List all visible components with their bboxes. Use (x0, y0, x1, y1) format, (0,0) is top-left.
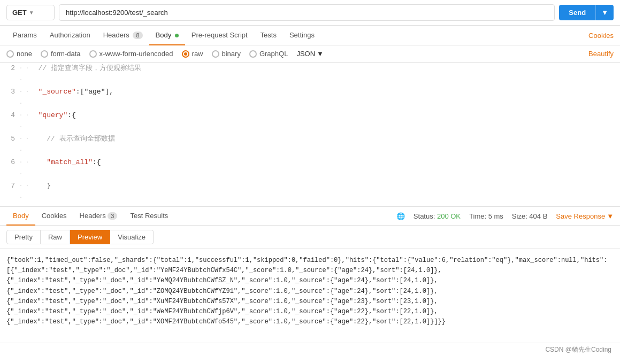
method-select[interactable]: GET ▼ (6, 5, 55, 20)
line-number: 3 (0, 86, 19, 98)
line-content: } (30, 180, 620, 192)
size-value: 404 B (529, 212, 547, 220)
line-number: 2 (0, 63, 19, 74)
line-dots: · · · (19, 157, 30, 180)
tab-params[interactable]: Params (6, 26, 43, 45)
send-dropdown-arrow[interactable]: ▼ (595, 5, 614, 20)
line-dots: · · · (19, 180, 30, 204)
line-content: "match_all":{ (30, 157, 620, 168)
radio-form-data[interactable] (41, 50, 48, 58)
option-form-data[interactable]: form-data (41, 50, 81, 58)
code-line-4: 4· · · "query":{ (0, 110, 620, 133)
view-tabs: Pretty Raw Preview Visualize (0, 226, 620, 249)
save-response-chevron-icon: ▼ (607, 212, 614, 220)
line-number: 7 (0, 180, 19, 192)
format-chevron-icon: ▼ (317, 50, 324, 58)
radio-graphql[interactable] (249, 50, 257, 58)
beautify-button[interactable]: Beautify (588, 50, 614, 58)
option-urlencoded[interactable]: x-www-form-urlencoded (89, 50, 173, 58)
radio-urlencoded[interactable] (89, 50, 97, 58)
tab-settings[interactable]: Settings (283, 26, 321, 45)
save-response-button[interactable]: Save Response ▼ (556, 212, 614, 220)
globe-icon: 🌐 (396, 212, 405, 220)
resp-tab-headers[interactable]: Headers 3 (73, 207, 124, 226)
tab-prerequest[interactable]: Pre-request Script (185, 26, 254, 45)
view-tab-raw[interactable]: Raw (41, 230, 70, 244)
line-dots: · · · (19, 86, 30, 110)
tab-authorization[interactable]: Authorization (43, 26, 97, 45)
line-content: "_source":["age"], (30, 86, 620, 98)
tab-body[interactable]: Body (149, 26, 185, 45)
body-active-dot (175, 34, 179, 37)
radio-none[interactable] (6, 50, 14, 58)
watermark: CSDN @鳞先生Coding (0, 343, 620, 357)
code-line-2: 2· · · // 指定查询字段，方便观察结果 (0, 63, 620, 86)
time-value: 5 ms (488, 212, 503, 220)
line-dots: · · · (19, 63, 30, 86)
radio-binary[interactable] (212, 50, 219, 58)
response-tabs: Body Cookies Headers 3 Test Results 🌐 St… (0, 207, 620, 226)
line-content: // 表示查询全部数据 (30, 133, 620, 145)
size-label: Size: 404 B (512, 212, 548, 220)
cookies-link[interactable]: Cookies (588, 32, 614, 40)
top-bar: GET ▼ Send ▼ (0, 0, 620, 26)
response-status-row: 🌐 Status: 200 OK Time: 5 ms Size: 404 B … (396, 212, 614, 220)
resp-tab-test-results[interactable]: Test Results (124, 207, 174, 226)
view-tab-pretty[interactable]: Pretty (6, 230, 41, 244)
code-editor[interactable]: 2· · · // 指定查询字段，方便观察结果3· · · "_source":… (0, 63, 620, 207)
response-text: {"took":1,"timed_out":false,"_shards":{"… (6, 257, 607, 326)
line-content: "query":{ (30, 110, 620, 121)
option-raw[interactable]: raw (182, 50, 203, 58)
resp-tab-body[interactable]: Body (6, 207, 35, 226)
option-none[interactable]: none (6, 50, 32, 58)
method-chevron-icon: ▼ (29, 10, 34, 16)
line-dots: · · · (19, 110, 30, 133)
radio-raw[interactable] (182, 50, 189, 58)
code-line-7: 7· · · } (0, 180, 620, 204)
send-button-label: Send (559, 5, 595, 20)
view-tab-preview[interactable]: Preview (70, 230, 110, 244)
status-label: Status: 200 OK (414, 212, 461, 220)
option-graphql[interactable]: GraphQL (249, 50, 288, 58)
code-line-6: 6· · · "match_all":{ (0, 157, 620, 180)
line-number: 5 (0, 133, 19, 145)
body-options-row: none form-data x-www-form-urlencoded raw… (0, 45, 620, 63)
send-button[interactable]: Send ▼ (559, 5, 614, 20)
code-line-5: 5· · · // 表示查询全部数据 (0, 133, 620, 157)
tab-tests[interactable]: Tests (254, 26, 283, 45)
url-input[interactable] (59, 4, 555, 21)
method-text: GET (12, 9, 27, 17)
response-body: {"took":1,"timed_out":false,"_shards":{"… (0, 249, 620, 343)
headers-badge: 8 (133, 32, 142, 39)
line-dots: · · · (19, 133, 30, 157)
line-content: // 指定查询字段，方便观察结果 (30, 63, 620, 74)
option-binary[interactable]: binary (212, 50, 241, 58)
resp-tab-cookies[interactable]: Cookies (35, 207, 73, 226)
line-number: 6 (0, 157, 19, 168)
time-label: Time: 5 ms (469, 212, 503, 220)
request-tabs: Params Authorization Headers 8 Body Pre-… (0, 26, 620, 45)
code-line-3: 3· · · "_source":["age"], (0, 86, 620, 110)
status-value: 200 OK (437, 212, 461, 220)
view-tab-visualize[interactable]: Visualize (110, 230, 154, 244)
format-select[interactable]: JSON ▼ (296, 50, 324, 58)
tab-headers[interactable]: Headers 8 (97, 26, 149, 45)
line-number: 4 (0, 110, 19, 121)
